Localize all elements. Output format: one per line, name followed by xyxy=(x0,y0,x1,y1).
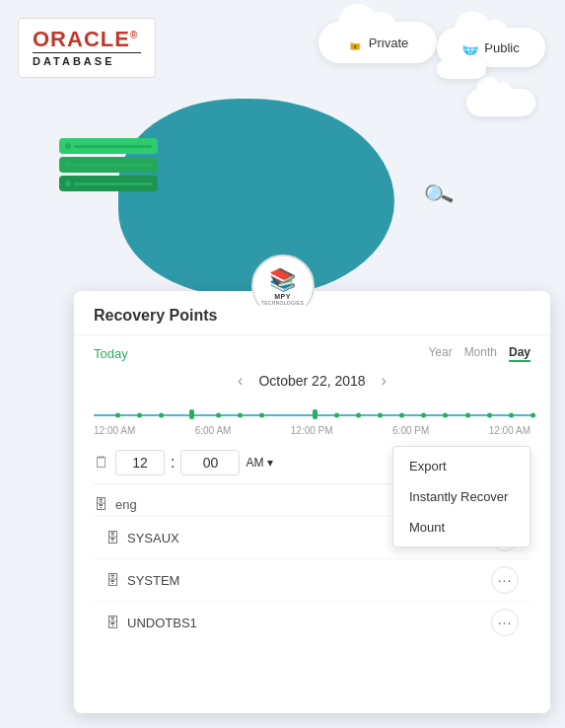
ampm-select[interactable]: AM ▾ xyxy=(246,456,272,470)
table-row: 🗄 UNDOTBS1 ··· xyxy=(94,601,530,643)
tab-year[interactable]: Year xyxy=(428,345,452,362)
timeline-dot xyxy=(530,413,535,418)
minute-input[interactable] xyxy=(180,450,240,475)
search-icon: 🔍 xyxy=(421,179,455,212)
timeline-labels: 12:00 AM 6:00 AM 12:00 PM 6:00 PM 12:00 … xyxy=(94,425,530,436)
timeline-marker xyxy=(313,409,318,419)
today-label[interactable]: Today xyxy=(94,346,128,361)
db-child-name: SYSTEM xyxy=(127,573,483,588)
next-date-button[interactable]: › xyxy=(382,372,387,390)
current-date: October 22, 2018 xyxy=(258,373,365,389)
db-parent-icon: 🗄 xyxy=(94,496,107,512)
db-child-name: UNDOTBS1 xyxy=(127,616,483,630)
timeline-dot xyxy=(509,413,514,418)
time-input-row: 🗒 : AM ▾ Export Instantly Recover Mount xyxy=(94,442,530,484)
card-header: Recovery Points xyxy=(74,291,550,335)
instantly-recover-menu-item[interactable]: Instantly Recover xyxy=(393,481,530,512)
export-menu-item[interactable]: Export xyxy=(393,451,530,481)
timeline-dot xyxy=(159,413,164,418)
timeline-dot xyxy=(334,413,339,418)
server-illustration xyxy=(59,138,158,197)
mpy-subtext: TECHNOLOGIES xyxy=(261,300,304,306)
timeline-marker xyxy=(189,409,194,419)
timeline-dot xyxy=(259,413,264,418)
timeline-dot xyxy=(378,413,383,418)
timeline-dot xyxy=(465,413,470,418)
timeline-dot xyxy=(399,413,404,418)
recovery-points-card: Recovery Points Today Year Month Day ‹ O… xyxy=(74,291,550,713)
timeline-dot xyxy=(216,413,221,418)
timeline-dot xyxy=(137,413,142,418)
tab-month[interactable]: Month xyxy=(464,345,497,362)
date-controls: Today Year Month Day xyxy=(94,345,530,362)
timeline-dot xyxy=(487,413,492,418)
system-ellipsis-button[interactable]: ··· xyxy=(491,566,519,594)
undotbs1-ellipsis-button[interactable]: ··· xyxy=(491,609,519,636)
db-child-icon: 🗄 xyxy=(106,572,119,588)
lock-icon: 🔒 xyxy=(347,36,363,50)
oracle-sub: DATABASE xyxy=(33,52,141,67)
timeline-dot xyxy=(356,413,361,418)
db-child-icon: 🗄 xyxy=(106,615,119,630)
context-menu: Export Instantly Recover Mount xyxy=(392,446,530,547)
prev-date-button[interactable]: ‹ xyxy=(238,372,243,390)
document-icon: 🗒 xyxy=(94,454,109,472)
time-label-3: 6:00 PM xyxy=(392,425,429,436)
view-tabs: Year Month Day xyxy=(428,345,530,362)
mount-menu-item[interactable]: Mount xyxy=(393,512,530,543)
oracle-name: ORACLE® xyxy=(33,29,141,50)
oracle-logo: ORACLE® DATABASE xyxy=(18,18,156,78)
mpy-name: MPY xyxy=(274,293,291,300)
table-row: 🗄 SYSTEM ··· xyxy=(94,558,530,601)
time-separator: : xyxy=(171,454,175,472)
hour-input[interactable] xyxy=(115,450,165,475)
timeline-dot xyxy=(443,413,448,418)
small-cloud xyxy=(466,89,535,116)
timeline-dot xyxy=(115,413,120,418)
date-navigation: ‹ October 22, 2018 › xyxy=(94,372,530,390)
time-label-1: 6:00 AM xyxy=(195,425,232,436)
timeline-dot xyxy=(421,413,426,418)
tiny-cloud xyxy=(437,59,486,79)
timeline-track xyxy=(94,409,530,421)
time-label-0: 12:00 AM xyxy=(94,425,135,436)
globe-icon: 🌐 xyxy=(462,40,478,55)
private-cloud: 🔒 Private xyxy=(318,22,437,63)
mpy-icon: 📚 xyxy=(269,267,296,293)
db-child-icon: 🗄 xyxy=(106,530,119,546)
card-body: Today Year Month Day ‹ October 22, 2018 … xyxy=(74,335,550,657)
time-label-4: 12:00 AM xyxy=(489,425,530,436)
tab-day[interactable]: Day xyxy=(509,345,530,362)
card-title: Recovery Points xyxy=(94,307,530,325)
timeline-dot xyxy=(238,413,243,418)
private-label: Private xyxy=(369,36,408,50)
timeline-container: 12:00 AM 6:00 AM 12:00 PM 6:00 PM 12:00 … xyxy=(94,400,530,436)
public-label: Public xyxy=(484,40,519,55)
time-label-2: 12:00 PM xyxy=(291,425,333,436)
